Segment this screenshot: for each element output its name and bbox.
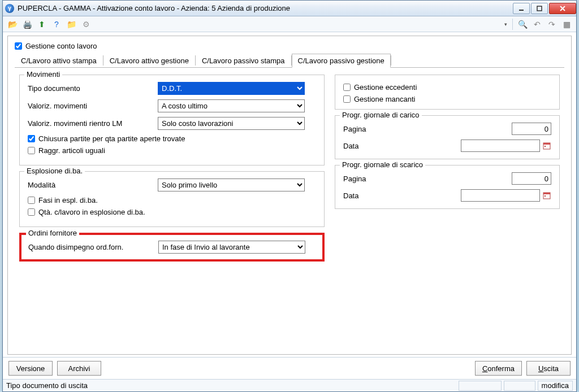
undo-icon[interactable]: ↶ <box>531 18 543 31</box>
valoriz-rientro-select[interactable]: Solo costo lavorazioni <box>158 117 305 130</box>
gestione-conto-lavoro-label: Gestione conto lavoro <box>25 42 97 50</box>
svg-rect-8 <box>543 193 550 194</box>
close-button[interactable] <box>549 3 576 14</box>
print-icon[interactable]: 🖨️ <box>21 18 33 31</box>
ordini-legend: Ordini fornitore <box>26 229 79 237</box>
svg-rect-9 <box>545 195 546 197</box>
group-progr-carico: Progr. giornale di carico Pagina Data <box>335 115 560 159</box>
svg-rect-5 <box>543 143 550 145</box>
raggr-articoli-checkbox[interactable] <box>28 147 35 154</box>
chiusura-partite-label: Chiusura partite per qta partite aperte … <box>38 134 185 143</box>
calendar-icon[interactable] <box>542 141 551 150</box>
status-seg-modifica: modifica <box>538 381 573 391</box>
chiusura-partite-checkbox[interactable] <box>28 135 35 142</box>
scarico-pagina-label: Pagina <box>343 175 383 183</box>
export-icon[interactable]: ⬆ <box>36 18 48 31</box>
redo-icon[interactable]: ↷ <box>546 18 558 31</box>
svg-rect-6 <box>545 146 546 147</box>
carico-legend: Progr. giornale di carico <box>340 111 422 119</box>
archivi-button[interactable]: Archivi <box>57 361 101 376</box>
scarico-data-label: Data <box>343 191 383 200</box>
scarico-pagina-input[interactable] <box>512 172 551 185</box>
bottom-button-bar: Versione Archivi Conferma Uscita <box>3 357 576 379</box>
gestione-mancanti-checkbox[interactable] <box>343 95 351 103</box>
tabstrip: C/Lavoro attivo stampa C/Lavoro attivo g… <box>15 54 564 68</box>
group-movimenti: Movimenti Tipo documento D.D.T. Valoriz.… <box>19 75 325 165</box>
carico-data-label: Data <box>343 142 383 150</box>
status-text: Tipo documento di uscita <box>6 381 88 390</box>
group-gestione-toggles: Gestione eccedenti Gestione mancanti <box>335 75 560 110</box>
qta-checkbox[interactable] <box>28 208 35 216</box>
minimize-button[interactable] <box>513 3 530 14</box>
tab-passivo-stampa[interactable]: C/Lavoro passivo stampa <box>196 54 291 68</box>
status-seg-1 <box>459 381 502 391</box>
valoriz-movimenti-select[interactable]: A costo ultimo <box>158 99 305 112</box>
gestione-eccedenti-checkbox[interactable] <box>343 84 351 91</box>
help-icon[interactable]: ? <box>50 18 63 31</box>
carico-pagina-label: Pagina <box>343 125 383 133</box>
gestione-eccedenti-label: Gestione eccedenti <box>354 83 417 92</box>
statusbar: Tipo documento di uscita modifica <box>3 379 576 391</box>
content-area: Gestione conto lavoro C/Lavoro attivo st… <box>3 32 576 357</box>
valoriz-movimenti-label: Valoriz. movimenti <box>28 102 158 110</box>
open-icon[interactable]: 📂 <box>6 18 19 31</box>
tab-attivo-gestione[interactable]: C/Lavoro attivo gestione <box>103 54 195 68</box>
quando-disimpegno-select[interactable]: In fase di Invio al lavorante <box>158 241 305 254</box>
window-title: PUPERCLA - GAMMA - Attivazione conto lav… <box>18 4 290 12</box>
status-seg-2 <box>504 381 535 391</box>
carico-pagina-input[interactable] <box>512 123 551 135</box>
group-esplosione: Esplosione di.ba. Modalità Solo primo li… <box>19 171 325 227</box>
modalita-label: Modalità <box>28 181 158 189</box>
esplosione-legend: Esplosione di.ba. <box>24 167 85 175</box>
group-progr-scarico: Progr. giornale di scarico Pagina Data <box>335 165 560 209</box>
scarico-legend: Progr. giornale di scarico <box>340 160 425 169</box>
search-icon[interactable]: 🔍 <box>516 18 529 31</box>
maximize-button[interactable] <box>531 3 548 14</box>
app-icon: γ <box>5 4 14 13</box>
tipo-documento-select[interactable]: D.D.T. <box>158 82 305 95</box>
tab-attivo-stampa[interactable]: C/Lavoro attivo stampa <box>15 54 103 68</box>
scarico-data-input[interactable] <box>461 189 540 202</box>
carico-data-input[interactable] <box>461 140 540 152</box>
group-ordini-fornitore: Ordini fornitore Quando disimpegno ord.f… <box>19 233 325 262</box>
gestione-conto-lavoro-checkbox[interactable] <box>15 42 22 50</box>
modalita-select[interactable]: Solo primo livello <box>158 178 305 191</box>
tab-passivo-gestione[interactable]: C/Lavoro passivo gestione <box>292 54 391 68</box>
app-window: γ PUPERCLA - GAMMA - Attivazione conto l… <box>2 0 577 392</box>
folder-icon[interactable]: 📁 <box>65 18 77 31</box>
gear-icon[interactable]: ⚙ <box>80 18 92 31</box>
chevron-down-icon[interactable]: ▾ <box>503 21 509 27</box>
raggr-articoli-label: Raggr. articoli uguali <box>38 146 105 155</box>
titlebar: γ PUPERCLA - GAMMA - Attivazione conto l… <box>3 1 576 16</box>
tipo-documento-label: Tipo documento <box>28 84 158 93</box>
calendar-icon[interactable] <box>542 191 551 200</box>
uscita-button[interactable]: Uscita <box>526 361 571 376</box>
conferma-button[interactable]: Conferma <box>475 361 522 376</box>
movimenti-legend: Movimenti <box>24 70 62 79</box>
qta-label: Qtà. c/lavoro in esplosione di.ba. <box>38 208 145 216</box>
main-panel: Gestione conto lavoro C/Lavoro attivo st… <box>7 36 572 355</box>
valoriz-rientro-label: Valoriz. movimenti rientro LM <box>28 119 158 128</box>
svg-rect-1 <box>537 6 542 11</box>
gestione-mancanti-label: Gestione mancanti <box>354 95 415 103</box>
fasi-label: Fasi in espl. di.ba. <box>38 196 98 204</box>
versione-button[interactable]: Versione <box>8 361 53 376</box>
grid-icon[interactable]: ▦ <box>560 18 573 31</box>
quando-disimpegno-label: Quando disimpegno ord.forn. <box>28 243 158 251</box>
fasi-checkbox[interactable] <box>28 197 35 204</box>
toolbar: 📂 🖨️ ⬆ ? 📁 ⚙ ▾ 🔍 ↶ ↷ ▦ <box>3 16 576 32</box>
